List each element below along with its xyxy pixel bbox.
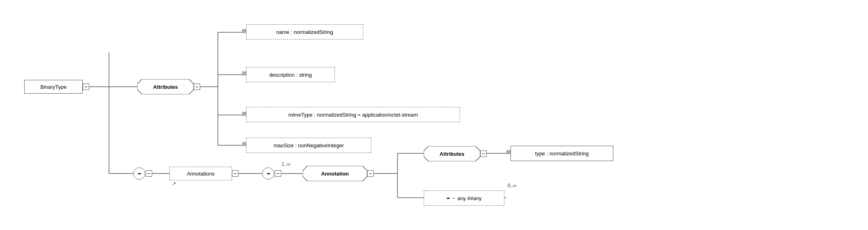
svg-rect-19 xyxy=(242,29,246,33)
attributes1-label: Attributes xyxy=(153,84,178,90)
attributes1-small-sq: − xyxy=(194,84,200,90)
annotation-octagon: Annotation xyxy=(303,166,367,181)
annotations-small-sq: − xyxy=(232,170,238,177)
diagram-container: BinaryType − Attributes − name : normali… xyxy=(0,0,868,230)
attributes2-small-sq: − xyxy=(480,151,487,157)
seq-circle-1: ••• xyxy=(133,167,145,180)
attr-mimetype-label: mimeType : normalizedString = applicatio… xyxy=(288,112,418,118)
attr-any-box: ••• − any ##any xyxy=(424,190,504,206)
multiplicity-annotation: 1..∞ xyxy=(282,161,291,167)
multiplicity-any: 0..∞ xyxy=(508,183,517,188)
attributes2-octagon: Attributes xyxy=(424,146,480,161)
seq-small-sq-2: − xyxy=(275,170,281,177)
annotation-label: Annotation xyxy=(321,171,349,177)
attr-type-box: type : normalizedString xyxy=(510,146,613,161)
attr-any-label: any ##any xyxy=(458,195,482,201)
svg-rect-22 xyxy=(242,142,246,146)
expand-arrow: ↗ xyxy=(172,180,176,187)
seq-circle-2: ••• xyxy=(262,167,274,180)
attr-mimetype-box: mimeType : normalizedString = applicatio… xyxy=(246,107,460,122)
attr-description-box: description : string xyxy=(246,67,335,82)
attr-name-label: name : normalizedString xyxy=(276,29,333,35)
attr-description-label: description : string xyxy=(269,72,312,78)
annotations-label: Annotations xyxy=(187,171,215,177)
binary-type-label: BinaryType xyxy=(40,84,67,90)
attributes2-label: Attributes xyxy=(439,151,464,157)
svg-rect-20 xyxy=(242,71,246,75)
binary-type-small-sq: − xyxy=(83,84,89,90)
attr-type-label: type : normalizedString xyxy=(535,151,589,157)
svg-rect-21 xyxy=(242,112,246,116)
attr-maxsize-box: maxSize : nonNegativeInteger xyxy=(246,138,371,153)
attr-maxsize-label: maxSize : nonNegativeInteger xyxy=(274,142,344,148)
attr-name-box: name : normalizedString xyxy=(246,24,363,40)
annotations-box: Annotations xyxy=(169,167,232,180)
annotation-small-sq: − xyxy=(367,170,374,177)
attributes1-octagon: Attributes xyxy=(137,79,194,94)
seq-small-sq-1: − xyxy=(146,170,152,177)
binary-type-box: BinaryType xyxy=(24,80,83,94)
svg-rect-23 xyxy=(506,150,510,154)
